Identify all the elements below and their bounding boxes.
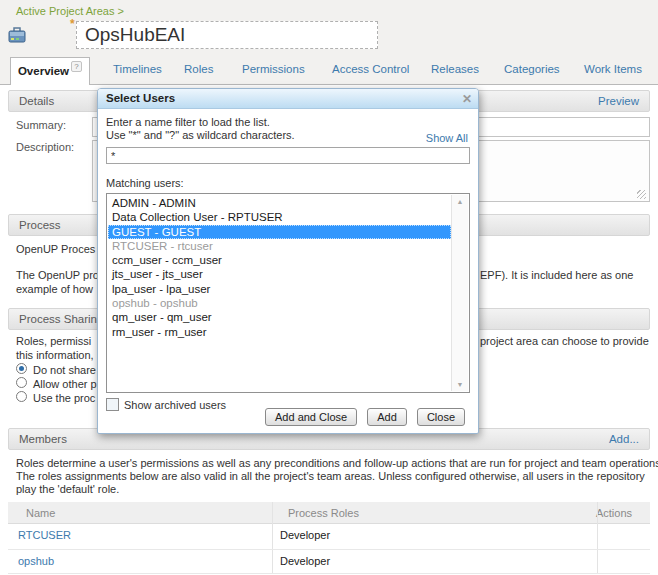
scrollbar-down-icon[interactable]: ▼ [452, 381, 468, 388]
dialog-title: Select Users [106, 92, 175, 104]
required-marker: * [70, 17, 75, 31]
column-process-roles: Process Roles [288, 502, 359, 524]
table-bottom-divider [8, 573, 650, 574]
list-item-guest[interactable]: GUEST - GUEST [108, 225, 451, 239]
list-item-qm-user[interactable]: qm_user - qm_user [108, 310, 451, 324]
list-item-admin[interactable]: ADMIN - ADMIN [108, 196, 451, 210]
sharing-desc-line1-left: Roles, permissi [16, 335, 91, 347]
add-button[interactable]: Add [367, 408, 407, 426]
members-desc-line1: Roles determine a user's permissions as … [16, 457, 658, 469]
tab-work-items[interactable]: Work Items [584, 63, 642, 75]
radio-do-not-share-label[interactable]: Do not share [33, 364, 96, 376]
list-scrollbar[interactable]: ▲ ▼ [451, 195, 468, 391]
radio-use-process-label[interactable]: Use the proc [33, 392, 95, 404]
member-link-rtcuser[interactable]: RTCUSER [18, 529, 71, 541]
members-section-title: Members [19, 433, 67, 445]
tab-roles[interactable]: Roles [184, 63, 213, 75]
process-name: OpenUP Proces [16, 243, 95, 255]
dialog-titlebar[interactable]: Select Users ✕ [98, 89, 478, 109]
list-item-ccm-user[interactable]: ccm_user - ccm_user [108, 253, 451, 267]
show-archived-checkbox[interactable] [106, 398, 119, 411]
select-users-dialog: Select Users ✕ Enter a name filter to lo… [97, 88, 479, 434]
preview-link[interactable]: Preview [598, 91, 639, 111]
close-icon[interactable]: ✕ [462, 91, 472, 107]
tab-timelines[interactable]: Timelines [113, 63, 162, 75]
add-and-close-button[interactable]: Add and Close [265, 408, 357, 426]
sharing-desc-line1-right: project area can choose to provide [480, 335, 649, 347]
members-table-header: Name Process Roles Actions [8, 502, 650, 524]
list-item-opshub[interactable]: opshub - opshub [108, 296, 451, 310]
user-list: ADMIN - ADMIN Data Collection User - RPT… [108, 195, 451, 391]
matching-users-listbox: ADMIN - ADMIN Data Collection User - RPT… [106, 193, 470, 393]
tab-releases[interactable]: Releases [431, 63, 479, 75]
list-item-rptuser[interactable]: Data Collection User - RPTUSER [108, 210, 451, 224]
process-desc-line1-left: The OpenUP pro [16, 269, 99, 281]
list-item-jts-user[interactable]: jts_user - jts_user [108, 267, 451, 281]
project-name-field[interactable]: OpsHubEAI [76, 21, 378, 49]
radio-use-process[interactable] [16, 391, 27, 402]
dialog-buttons: Add and Close Add Close [258, 408, 465, 426]
list-item-rtcuser[interactable]: RTCUSER - rtcuser [108, 239, 451, 253]
process-desc-line2-left: example of how [16, 283, 93, 295]
help-icon[interactable]: ? [71, 61, 82, 72]
resize-handle-icon[interactable] [637, 190, 646, 199]
members-desc-line3: play the 'default' role. [16, 483, 119, 495]
close-button[interactable]: Close [417, 408, 465, 426]
process-desc-line1-right: EPF). It is included here as one [480, 269, 633, 281]
matching-users-label: Matching users: [106, 177, 184, 189]
filter-hint-line2: Use "*" and "?" as wildcard characters. [106, 129, 295, 141]
list-item-lpa-user[interactable]: lpa_user - lpa_user [108, 282, 451, 296]
filter-hint-line1: Enter a name filter to load the list. [106, 116, 270, 128]
tab-permissions[interactable]: Permissions [242, 63, 305, 75]
scrollbar-up-icon[interactable]: ▲ [452, 198, 468, 205]
add-member-link[interactable]: Add... [609, 429, 639, 449]
radio-allow-other-label[interactable]: Allow other p [33, 378, 97, 390]
sharing-desc-line2-left: this information, [16, 349, 94, 361]
project-area-icon [8, 27, 26, 46]
name-filter-input[interactable] [106, 147, 470, 164]
process-sharing-section-title: Process Sharin [19, 313, 97, 325]
tab-overview[interactable]: Overview? [10, 57, 90, 85]
breadcrumb[interactable]: Active Project Areas > [16, 5, 124, 17]
member-role: Developer [280, 529, 330, 541]
process-section-title: Process [19, 219, 61, 231]
description-label: Description: [16, 141, 74, 153]
table-row: RTCUSER Developer [8, 524, 650, 549]
member-link-opshub[interactable]: opshub [18, 555, 54, 567]
members-desc-line2: The roles assignments below are also val… [16, 470, 645, 482]
summary-label: Summary: [16, 119, 66, 131]
tab-categories[interactable]: Categories [504, 63, 560, 75]
show-all-link[interactable]: Show All [426, 132, 468, 144]
show-archived-label[interactable]: Show archived users [124, 399, 226, 411]
details-section-title: Details [19, 95, 54, 107]
list-item-rm-user[interactable]: rm_user - rm_user [108, 325, 451, 339]
radio-allow-other[interactable] [16, 377, 27, 388]
tab-access-control[interactable]: Access Control [332, 63, 409, 75]
radio-do-not-share[interactable] [16, 363, 27, 374]
table-row: opshub Developer [8, 550, 650, 574]
column-name: Name [26, 502, 55, 524]
member-role: Developer [280, 555, 330, 567]
column-actions: Actions [596, 502, 632, 524]
